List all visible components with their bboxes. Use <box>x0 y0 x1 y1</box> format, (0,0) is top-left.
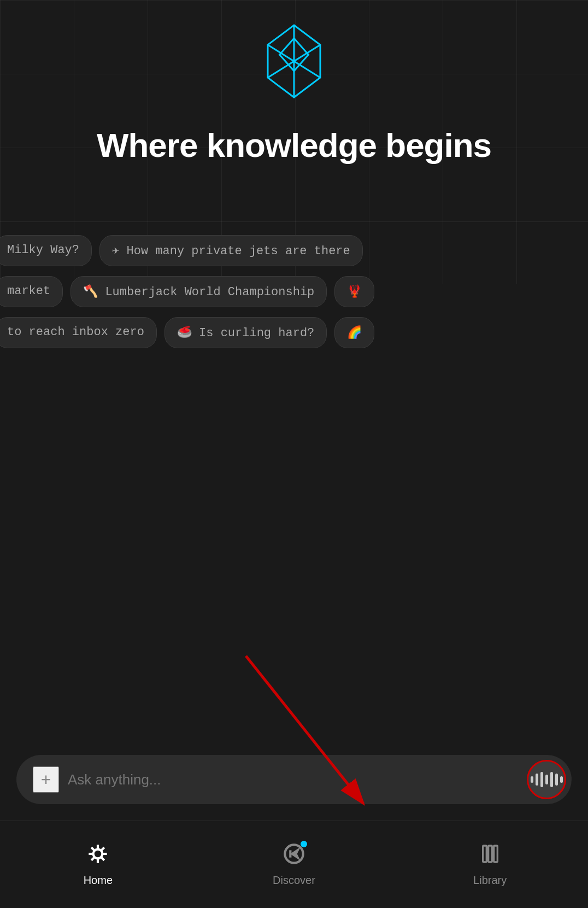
nav-item-library[interactable]: Library <box>392 843 588 887</box>
voice-bar-4 <box>545 775 548 784</box>
bottom-nav: Home Discover Library <box>0 821 588 908</box>
svg-line-12 <box>92 847 95 851</box>
library-icon <box>479 843 501 870</box>
svg-rect-21 <box>493 846 497 862</box>
search-attach-button[interactable]: + <box>33 766 59 793</box>
chip-milkyway[interactable]: Milky Way? <box>0 235 92 266</box>
search-input[interactable] <box>68 771 518 788</box>
chip-jets[interactable]: ✈️ How many private jets are there <box>99 235 363 266</box>
nav-item-discover[interactable]: Discover <box>196 843 392 887</box>
nav-label-discover: Discover <box>273 874 315 887</box>
svg-line-14 <box>101 847 104 851</box>
svg-marker-17 <box>292 850 298 857</box>
chip-inbox[interactable]: to reach inbox zero <box>0 317 157 348</box>
nav-label-home: Home <box>84 874 113 887</box>
svg-point-7 <box>93 849 103 858</box>
voice-bar-3 <box>540 772 543 787</box>
voice-bar-5 <box>550 772 553 787</box>
svg-line-15 <box>92 857 95 860</box>
chip-market[interactable]: market <box>0 276 63 307</box>
voice-bar-1 <box>531 776 533 783</box>
chip-lumberjack[interactable]: 🪓 Lumberjack World Championship <box>70 276 327 307</box>
voice-bars-icon <box>531 771 563 788</box>
svg-line-13 <box>101 857 104 860</box>
svg-rect-20 <box>488 846 492 862</box>
nav-label-library: Library <box>473 874 507 887</box>
home-icon <box>87 843 109 870</box>
voice-bar-2 <box>536 774 538 786</box>
chips-row-2: market 🪓 Lumberjack World Championship 🦞 <box>0 276 588 307</box>
chips-row-1: Milky Way? ✈️ How many private jets are … <box>0 235 588 266</box>
main-heading: Where knowledge begins <box>0 126 588 165</box>
perplexity-logo <box>261 22 327 104</box>
voice-bar-6 <box>555 774 558 786</box>
chips-row-3: to reach inbox zero 🥌 Is curling hard? 🌈 <box>0 317 588 348</box>
logo-container <box>261 22 327 104</box>
search-bar-container: + <box>16 755 572 804</box>
nav-item-home[interactable]: Home <box>0 843 196 887</box>
chips-area: Milky Way? ✈️ How many private jets are … <box>0 235 588 348</box>
chip-rainbow[interactable]: 🌈 <box>334 317 374 348</box>
discover-icon <box>283 843 305 870</box>
chip-curling[interactable]: 🥌 Is curling hard? <box>164 317 327 348</box>
svg-rect-19 <box>483 846 486 862</box>
voice-bar-7 <box>560 776 563 783</box>
search-bar: + <box>16 755 572 804</box>
voice-input-button[interactable] <box>527 760 566 799</box>
chip-lobster[interactable]: 🦞 <box>334 276 374 307</box>
